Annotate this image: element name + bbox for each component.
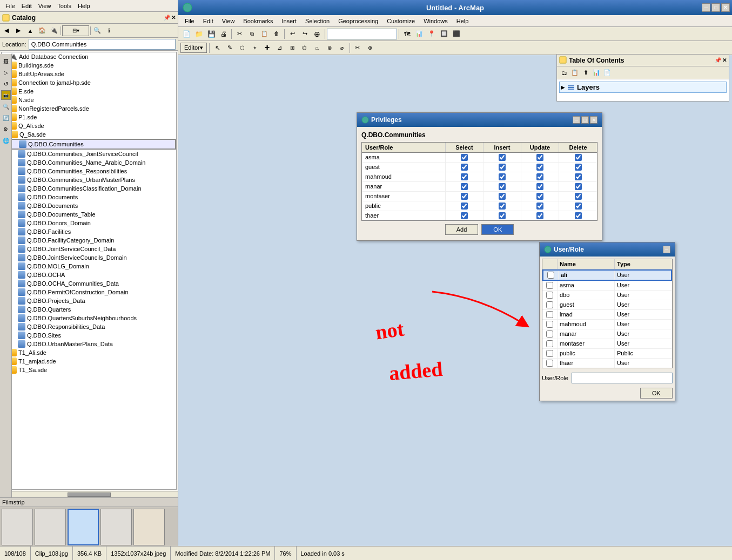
priv-ok-btn[interactable]: OK	[481, 224, 514, 235]
pin-icon[interactable]: 📌	[164, 15, 170, 21]
tb-cut[interactable]: ✂	[233, 28, 245, 40]
tb-copy[interactable]: ⧉	[246, 28, 258, 40]
tb-new[interactable]: 📄	[180, 28, 192, 40]
tb-map4[interactable]: 🔲	[438, 28, 450, 40]
menu-view[interactable]: View	[218, 17, 239, 25]
menu-help[interactable]: Help	[452, 17, 473, 25]
tb-search[interactable]: 🔍	[92, 25, 103, 36]
tb-print[interactable]: 🖨	[218, 28, 230, 40]
tree-item-p1[interactable]: P1.sde	[2, 113, 176, 122]
toc-layers-item[interactable]: ▶ Layers	[559, 82, 727, 93]
tree-item-quarters[interactable]: Q.DBO.Quarters	[10, 305, 176, 314]
tb-edit9[interactable]: ⏢	[311, 42, 323, 54]
tree-item-sites[interactable]: Q.DBO.Sites	[10, 331, 176, 340]
tree-item-n[interactable]: N.sde	[2, 96, 176, 104]
scroll-thumb[interactable]	[68, 492, 111, 497]
ur-check-dbo[interactable]	[542, 291, 558, 300]
layers-expand-icon[interactable]: ▶	[561, 84, 565, 90]
menu-bookmarks[interactable]: Bookmarks	[239, 17, 277, 25]
tb-forward[interactable]: ▶	[13, 25, 24, 36]
maximize-btn[interactable]: □	[711, 3, 720, 12]
tb-open[interactable]: 📁	[193, 28, 205, 40]
menu-insert[interactable]: Insert	[277, 17, 301, 25]
tb-save[interactable]: 💾	[205, 28, 217, 40]
ur-check-thaer[interactable]	[542, 359, 558, 368]
tree-item-e[interactable]: E.sde	[2, 87, 176, 96]
menu-geoprocessing[interactable]: Geoprocessing	[334, 17, 382, 25]
toc-pin-icon[interactable]: 📌	[715, 57, 721, 63]
zoom-dropdown[interactable]	[327, 29, 397, 39]
sidebar-icon-6[interactable]: 🔄	[1, 113, 11, 123]
ur-check-montaser[interactable]	[542, 339, 558, 348]
left-menu-help[interactable]: Help	[75, 2, 93, 10]
ur-row-manar[interactable]: manar User	[542, 329, 672, 339]
tree-item-c-joint[interactable]: Q.DBO.Communities_JointServiceCouncil	[10, 150, 176, 158]
tb-delete[interactable]: 🗑	[271, 28, 283, 40]
tb-edit11[interactable]: ⌀	[336, 42, 348, 54]
close-btn[interactable]: ✕	[721, 3, 730, 12]
tree-item-t1sa[interactable]: T1_Sa.sde	[2, 366, 176, 374]
sidebar-icon-3[interactable]: ↺	[1, 79, 11, 89]
priv-add-btn[interactable]: Add	[445, 224, 479, 235]
ur-row-lmad[interactable]: lmad User	[542, 310, 672, 320]
tb-home[interactable]: 🏠	[37, 25, 48, 36]
ur-row-montaser[interactable]: montaser User	[542, 339, 672, 349]
ur-check-public[interactable]	[542, 349, 558, 358]
tb-connect[interactable]: 🔌	[49, 25, 59, 36]
ur-row-ali[interactable]: ali User	[542, 269, 672, 281]
tb-edit1[interactable]: ↖	[212, 42, 224, 54]
menu-file[interactable]: File	[180, 17, 199, 25]
sidebar-icon-5[interactable]: 🔍	[1, 102, 11, 111]
tb-map3[interactable]: 📍	[426, 28, 438, 40]
toc-tb-3[interactable]: ⬆	[581, 68, 590, 78]
tb-edit10[interactable]: ⊗	[324, 42, 335, 54]
tb-meta[interactable]: ℹ	[104, 25, 115, 36]
ur-check-guest[interactable]	[542, 300, 558, 309]
tb-map2[interactable]: 📊	[413, 28, 425, 40]
tb-edit12[interactable]: ✂	[352, 42, 364, 54]
tree-item-communities[interactable]: Q.DBO.Communities	[10, 139, 176, 150]
tb-edit2[interactable]: ✎	[224, 42, 236, 54]
tree-item-docs1[interactable]: Q.DBO.Documents	[10, 193, 176, 201]
ur-row-dbo[interactable]: dbo User	[542, 291, 672, 300]
editor-dropdown[interactable]: Editor▾	[180, 43, 207, 53]
tree-item-c-resp[interactable]: Q.DBO.Communities_Responsibilities	[10, 167, 176, 176]
tb-view-opts[interactable]: ⊟▾	[62, 25, 89, 36]
tb-add[interactable]: ⊕	[311, 28, 323, 40]
sidebar-icon-7[interactable]: ⚙	[1, 124, 11, 134]
tree-item-projects[interactable]: Q.DBO.Projects_Data	[10, 296, 176, 305]
tb-back[interactable]: ◀	[1, 25, 12, 36]
catalog-tree[interactable]: 🔌 Add Database Connection Buildings.sde …	[1, 52, 177, 490]
tb-edit6[interactable]: ⊿	[274, 42, 286, 54]
tree-item-urbanmp[interactable]: Q.DBO.UrbanMasterPlans_Data	[10, 340, 176, 348]
tree-item-qali[interactable]: Q_Ali.sde	[2, 122, 176, 130]
left-menu-tools[interactable]: Tools	[54, 2, 75, 10]
tree-item-buildings[interactable]: Buildings.sde	[2, 61, 176, 70]
tree-item-jsc[interactable]: Q.DBO.JointServiceCouncil_Data	[10, 245, 176, 253]
left-menu-edit[interactable]: Edit	[18, 2, 35, 10]
ur-row-public[interactable]: public Public	[542, 349, 672, 359]
left-menu-file[interactable]: File	[2, 2, 18, 10]
sidebar-icon-2[interactable]: ▷	[1, 68, 11, 77]
tree-item-ocha-cd[interactable]: Q.DBO.OCHA_Communities_Data	[10, 279, 176, 288]
tree-item-c-urban[interactable]: Q.DBO.Communities_UrbanMasterPlans	[10, 176, 176, 184]
tree-item-t1amjad[interactable]: T1_amjad.sde	[2, 357, 176, 366]
tree-item-c-arabic[interactable]: Q.DBO.Communities_Name_Arabic_Domain	[10, 158, 176, 167]
tb-map1[interactable]: 🗺	[401, 28, 413, 40]
thumb-3[interactable]	[68, 509, 99, 545]
tree-item-qsa[interactable]: - Q_Sa.sde	[2, 130, 176, 139]
thumb-1[interactable]	[2, 509, 33, 545]
left-menu-view[interactable]: View	[35, 2, 55, 10]
tb-edit5[interactable]: ✚	[261, 42, 273, 54]
ur-check-ali[interactable]	[543, 271, 559, 280]
thumb-4[interactable]	[100, 509, 132, 545]
tb-edit13[interactable]: ⊕	[364, 42, 376, 54]
ur-check-lmad[interactable]	[542, 310, 558, 319]
ur-row-guest[interactable]: guest User	[542, 300, 672, 310]
toc-tb-5[interactable]: 📄	[602, 68, 612, 78]
tree-item-donors[interactable]: Q.DBO.Donors_Domain	[10, 219, 176, 227]
tree-item-permit[interactable]: Q.DBO.PermitOfConstruction_Domain	[10, 288, 176, 296]
toc-tb-4[interactable]: 📊	[592, 68, 601, 78]
tree-item-docs2[interactable]: Q.DBO.Documents	[10, 201, 176, 210]
minimize-btn[interactable]: ─	[702, 3, 710, 12]
